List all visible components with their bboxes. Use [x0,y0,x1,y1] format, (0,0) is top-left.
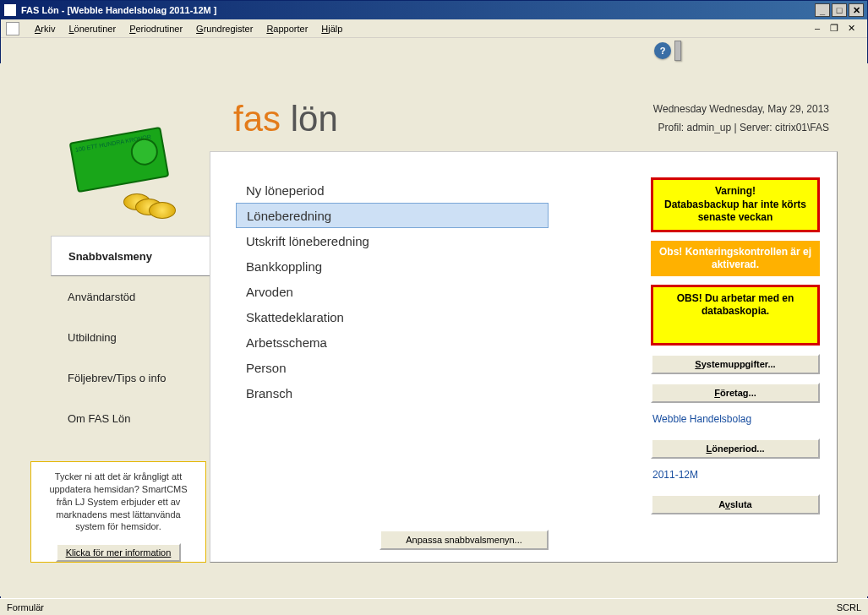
menu-lonerutiner[interactable]: Lönerutiner [62,22,123,35]
quick-item-loneberedning[interactable]: Löneberedning [236,203,549,228]
banknote-icon: 100 ETT HUNDRA KRONOR [69,127,170,193]
toolbar-panel-icon [674,41,681,61]
minimize-button[interactable]: _ [815,3,830,17]
menu-grundregister[interactable]: Grundregister [189,22,259,35]
status-right: SCRL [837,602,861,612]
close-button[interactable]: ✕ [849,3,864,17]
quick-item-bransch[interactable]: Bransch [236,380,549,405]
menu-periodrutiner[interactable]: Periodrutiner [123,22,189,35]
coin-icon [149,202,176,219]
tab-anvandarstod[interactable]: Användarstöd [51,276,220,317]
quick-item-bankkoppling[interactable]: Bankkoppling [236,253,549,279]
header-profile: Profil: admin_up | Server: citrix01\FAS [653,119,829,138]
window-title: FAS Lön - [Webble Handelsbolag 2011-12M … [21,5,815,15]
app-logo-text: fas lön [233,99,338,139]
tab-snabbvalsmeny[interactable]: Snabbvalsmeny [51,236,211,276]
mdi-minimize-button[interactable]: – [811,23,823,35]
customize-quickmenu-button[interactable]: Anpassa snabbvalsmenyn... [379,530,549,550]
help-icon[interactable]: ? [654,42,671,59]
loneperiod-button[interactable]: Löneperiod... [651,438,820,459]
quick-item-arvoden[interactable]: Arvoden [236,279,549,304]
promo-text: Tycker ni att det är krångligt att uppda… [41,471,195,533]
mdi-close-button[interactable]: ✕ [845,23,857,35]
status-left: Formulär [7,602,837,612]
menu-hjalp[interactable]: Hjälp [314,22,349,35]
header-date: Wednesday Wednesday, May 29, 2013 [653,101,829,119]
logo-illustration: 100 ETT HUNDRA KRONOR [64,126,191,219]
quick-item-skattedeklaration[interactable]: Skattedeklaration [236,304,549,329]
avsluta-button[interactable]: Avsluta [651,494,820,514]
promo-button[interactable]: Klicka för mer information [56,543,182,562]
tab-foljebrev[interactable]: Följebrev/Tips o info [51,357,220,398]
menu-rapporter[interactable]: Rapporter [259,22,314,35]
menu-arkiv[interactable]: Arkiv [28,22,62,35]
company-link[interactable]: Webble Handelsbolag [651,411,820,430]
quick-item-person[interactable]: Person [236,355,549,380]
app-icon [4,4,16,16]
tab-utbildning[interactable]: Utbildning [51,317,220,357]
quick-item-utskrift[interactable]: Utskrift löneberedning [236,228,549,253]
quick-item-ny-loneperiod[interactable]: Ny löneperiod [236,177,549,203]
systemuppgifter-button[interactable]: Systemuppgifter... [651,354,820,374]
document-icon [6,22,19,35]
period-link[interactable]: 2011-12M [651,467,820,486]
tab-om-fas-lon[interactable]: Om FAS Lön [51,398,220,438]
promo-box: Tycker ni att det är krångligt att uppda… [30,461,206,563]
warning-backup-box: Varning! Databasbackup har inte körts se… [651,177,820,232]
foretag-button[interactable]: Företag... [651,383,820,403]
warning-dbcopy-box: OBS! Du arbetar med en databaskopia. [651,285,820,346]
quick-item-arbetsschema[interactable]: Arbetsschema [236,329,549,355]
warning-kontering-box: Obs! Konteringskontrollen är ej aktivera… [651,241,820,276]
maximize-button[interactable]: □ [832,3,847,17]
mdi-restore-button[interactable]: ❐ [828,23,840,35]
quick-menu-list: Ny löneperiod Löneberedning Utskrift lön… [236,177,549,405]
